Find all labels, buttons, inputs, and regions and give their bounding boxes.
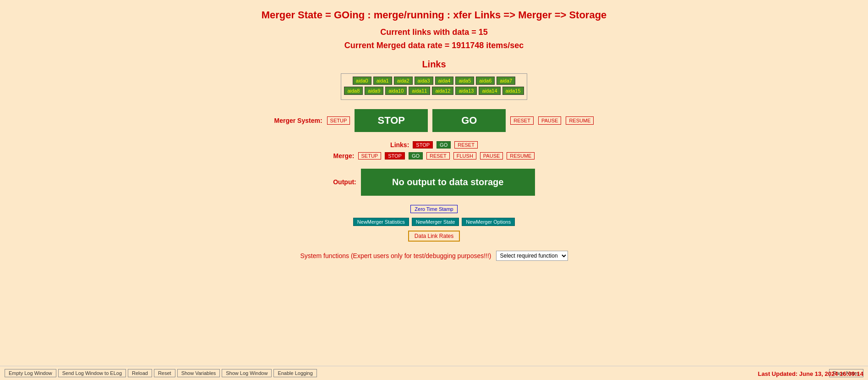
link-aida1[interactable]: aida1	[373, 77, 392, 85]
links-controls-row: Links: STOP GO RESET	[9, 141, 859, 149]
link-aida10[interactable]: aida10	[385, 87, 407, 95]
link-aida3[interactable]: aida3	[415, 77, 433, 85]
links-controls-label: Links:	[390, 141, 409, 149]
reload-button[interactable]: Reload	[128, 369, 152, 377]
system-functions-text: System functions (Expert users only for …	[300, 252, 491, 259]
merge-reset-button[interactable]: RESET	[426, 152, 450, 160]
output-display: No output to data storage	[361, 169, 535, 196]
merger-resume-button[interactable]: RESUME	[566, 116, 594, 125]
links-stop-button[interactable]: STOP	[413, 141, 433, 149]
current-merged-rate: Current Merged data rate = 1911748 items…	[9, 39, 859, 52]
links-row-2: aida8 aida9 aida10 aida11 aida12 aida13 …	[344, 87, 524, 95]
link-aida0[interactable]: aida0	[353, 77, 371, 85]
merger-system-row: Merger System: SETUP STOP GO RESET PAUSE…	[9, 109, 859, 132]
link-aida7[interactable]: aida7	[497, 77, 515, 85]
link-aida9[interactable]: aida9	[365, 87, 383, 95]
newmerger-statistics-button[interactable]: NewMerger Statistics	[353, 218, 409, 226]
links-reset-button[interactable]: RESET	[454, 141, 478, 149]
merge-controls-row: Merge: SETUP STOP GO RESET FLUSH PAUSE R…	[9, 152, 859, 160]
send-log-window-button[interactable]: Send Log Window to ELog	[58, 369, 126, 377]
merger-state-title: Merger State = GOing : merge/running : x…	[9, 9, 859, 21]
data-link-rates-button[interactable]: Data Link Rates	[408, 231, 460, 242]
enable-logging-button[interactable]: Enable Logging	[273, 369, 317, 377]
merge-setup-button[interactable]: SETUP	[358, 152, 382, 160]
merger-setup-button[interactable]: SETUP	[327, 116, 350, 125]
show-variables-button[interactable]: Show Variables	[177, 369, 220, 377]
link-aida8[interactable]: aida8	[344, 87, 363, 95]
link-aida4[interactable]: aida4	[435, 77, 454, 85]
merger-pause-button[interactable]: PAUSE	[538, 116, 561, 125]
links-grid: aida0 aida1 aida2 aida3 aida4 aida5 aida…	[341, 73, 527, 100]
show-log-window-button[interactable]: Show Log Window	[222, 369, 272, 377]
bottom-left-buttons: Empty Log Window Send Log Window to ELog…	[5, 369, 827, 377]
link-aida5[interactable]: aida5	[455, 77, 474, 85]
newmerger-state-button[interactable]: NewMerger State	[412, 218, 459, 226]
empty-log-window-button[interactable]: Empty Log Window	[5, 369, 56, 377]
merger-reset-button[interactable]: RESET	[510, 116, 534, 125]
link-aida14[interactable]: aida14	[479, 87, 500, 95]
link-aida13[interactable]: aida13	[455, 87, 477, 95]
link-aida15[interactable]: aida15	[502, 87, 524, 95]
system-functions-row: System functions (Expert users only for …	[9, 251, 859, 261]
data-link-row: Data Link Rates	[9, 231, 859, 242]
merger-stop-button[interactable]: STOP	[355, 109, 428, 132]
link-aida6[interactable]: aida6	[476, 77, 495, 85]
newmerger-row: NewMerger Statistics NewMerger State New…	[9, 218, 859, 226]
links-row-1: aida0 aida1 aida2 aida3 aida4 aida5 aida…	[344, 77, 524, 85]
merge-pause-button[interactable]: PAUSE	[480, 152, 503, 160]
merge-controls-label: Merge:	[333, 152, 355, 160]
merge-flush-button[interactable]: FLUSH	[453, 152, 476, 160]
current-links-count: Current links with data = 15	[9, 26, 859, 39]
link-aida2[interactable]: aida2	[394, 77, 413, 85]
merge-go-button[interactable]: GO	[409, 152, 423, 160]
merge-stop-button[interactable]: STOP	[385, 152, 405, 160]
last-updated-text: Last Updated: June 13, 2024 16:09:14	[758, 370, 864, 380]
newmerger-options-button[interactable]: NewMerger Options	[462, 218, 515, 226]
link-aida11[interactable]: aida11	[409, 87, 430, 95]
reset-button[interactable]: Reset	[154, 369, 175, 377]
links-section-title: Links	[9, 59, 859, 70]
link-aida12[interactable]: aida12	[432, 87, 453, 95]
system-functions-select[interactable]: Select required function Option 1 Option…	[496, 251, 568, 261]
zero-time-stamp-button[interactable]: Zero Time Stamp	[410, 205, 457, 213]
bottom-bar: Empty Log Window Send Log Window to ELog…	[0, 366, 868, 380]
output-row: Output: No output to data storage	[9, 169, 859, 196]
merge-resume-button[interactable]: RESUME	[507, 152, 535, 160]
timestamp-row: Zero Time Stamp	[9, 205, 859, 213]
merger-go-button[interactable]: GO	[432, 109, 506, 132]
merger-system-label: Merger System:	[274, 117, 322, 124]
output-label: Output:	[333, 178, 356, 186]
links-go-button[interactable]: GO	[437, 141, 451, 149]
